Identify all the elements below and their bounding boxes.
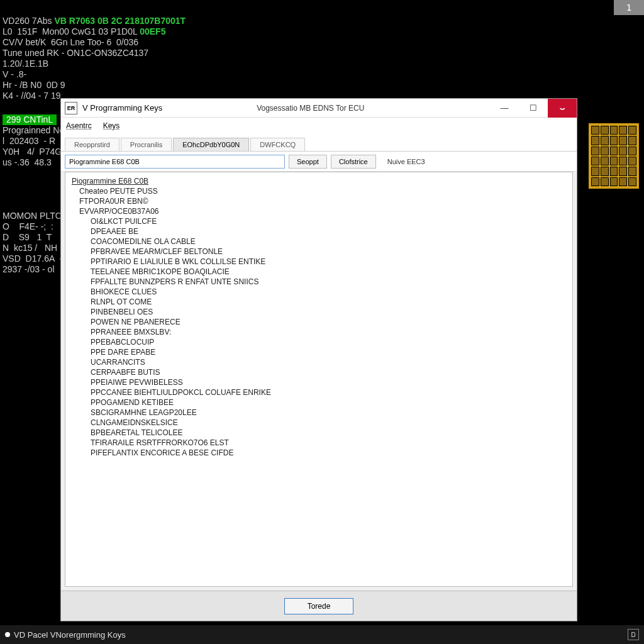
minimize-button[interactable]: — — [490, 99, 519, 118]
tab-procranilis[interactable]: Procranilis — [121, 138, 172, 151]
clofstrice-button[interactable]: Clofstrice — [331, 155, 376, 169]
tree-item[interactable]: POWEN NE PBANERECE — [91, 317, 566, 327]
tree-item[interactable]: PINBENBELI OES — [91, 307, 566, 317]
maximize-button[interactable]: ☐ — [519, 99, 548, 118]
tree-item[interactable]: PPOGAMEND KETIBEE — [91, 397, 566, 408]
tree-item[interactable]: PPCCANEE BIEHTLIULDPOKCL COLUAFE ENRIKE — [91, 387, 566, 397]
tree-node[interactable]: EVVARP/OCE0B37A06 — [79, 206, 566, 216]
tree-item[interactable]: SBCIGRAMHNE LEAGP20LEE — [91, 408, 566, 418]
toolbar-label: Nuive EEC3 — [387, 158, 425, 165]
program-input[interactable] — [65, 155, 285, 169]
tree-root[interactable]: Piogrammine E68 C0B — [72, 176, 566, 186]
torede-button[interactable]: Torede — [284, 598, 353, 614]
tree-node[interactable]: Cheateo PEUTE PUSS — [79, 186, 566, 196]
window-title: V Progrramming Keys — [82, 103, 162, 113]
tree-item[interactable]: BHIOKECE CLUES — [91, 287, 566, 297]
tree-item[interactable]: DPEAAEE BE — [91, 226, 566, 236]
tree-item[interactable]: PFBRAVEE MEARM/CLEF BELTONLE — [91, 247, 566, 257]
taskbar[interactable]: VD Pacel VNorergmming Koys D — [0, 625, 644, 644]
tree-item[interactable]: CERPAABFE BUTIS — [91, 367, 566, 377]
tree-item[interactable]: RLNPL OT COME — [91, 297, 566, 307]
keypad-device — [587, 122, 640, 190]
tree-item[interactable]: FPFALLTE BUNNZPERS R ENFAT UNTE SNIICS — [91, 277, 566, 287]
taskbar-item[interactable]: VD Pacel VNorergmming Koys — [14, 630, 126, 640]
page-indicator: 1 — [614, 0, 644, 15]
tree-item[interactable]: PPEIAIWE PEVWIBELESS — [91, 377, 566, 387]
window-footer: Torede — [61, 591, 577, 621]
tray-icon[interactable]: D — [628, 629, 639, 640]
tab-reopprstird[interactable]: Reopprstird — [65, 138, 119, 151]
app-icon: ER — [65, 102, 77, 114]
tree-item[interactable]: CLNGAMEIDNSKELSICE — [91, 418, 566, 428]
tree-item[interactable]: BPBEARETAL TELICOLEE — [91, 428, 566, 438]
programming-keys-window: ER V Progrramming Keys Vogsessatio MB ED… — [60, 98, 577, 621]
tree-item[interactable]: PPRANEEE BMXSLBV: — [91, 327, 566, 337]
tree-item[interactable]: COACOMEDILNE OLA CABLE — [91, 236, 566, 247]
window-subtitle: Vogsessatio MB EDNS Tor ECU — [257, 104, 364, 113]
tree-item[interactable]: PPTIRARIO E LIALIULE B WKL COLLILSE ENTI… — [91, 257, 566, 267]
tree-node[interactable]: FTPORA0UR EBN© — [79, 196, 566, 206]
tree-item[interactable]: OI&LKCT PUILCFE — [91, 216, 566, 226]
menu-asentrc[interactable]: Asentrc — [66, 121, 92, 130]
close-button[interactable]: ⌣ — [548, 99, 577, 118]
status-dot-icon — [5, 632, 10, 637]
seoppt-button[interactable]: Seoppt — [289, 155, 327, 169]
tabbar: Reopprstird Procranilis EOhcDPdbY0G0N DW… — [61, 134, 577, 152]
tree-item[interactable]: PIFEFLANTIX ENCORICE A BESE CIFDE — [91, 448, 566, 458]
titlebar[interactable]: ER V Progrramming Keys Vogsessatio MB ED… — [61, 99, 577, 118]
toolbar: Seoppt Clofstrice Nuive EEC3 — [61, 152, 577, 172]
menubar: Asentrc Keys — [61, 118, 577, 134]
tree-item[interactable]: PPE DARE EPABE — [91, 347, 566, 357]
menu-keys[interactable]: Keys — [103, 121, 120, 130]
tree-view[interactable]: Piogrammine E68 C0B Cheateo PEUTE PUSS F… — [65, 172, 573, 587]
tree-item[interactable]: TEELANEE MBRIC1KOPE BOAQILACIE — [91, 267, 566, 277]
tree-item[interactable]: TFIRARAILE RSRTFFRORKO7O6 ELST — [91, 438, 566, 448]
tab-eohcd[interactable]: EOhcDPdbY0G0N — [173, 138, 249, 151]
tree-item[interactable]: UCARRANCITS — [91, 357, 566, 367]
tab-dwfckcq[interactable]: DWFCKCQ — [250, 138, 305, 151]
tree-item[interactable]: PPEBABCLOCUIP — [91, 337, 566, 347]
